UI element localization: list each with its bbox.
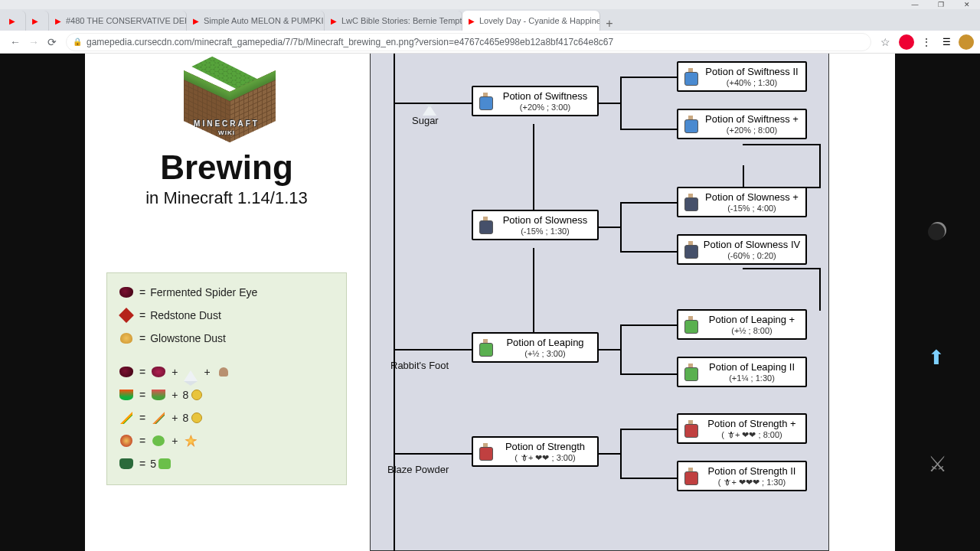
ingredient-label: Sugar	[412, 115, 439, 126]
potion-icon	[478, 93, 493, 109]
potion-icon	[683, 241, 698, 258]
nether-wart-icon	[928, 98, 949, 119]
golden-carrot-icon	[118, 409, 135, 426]
tab-strip: ▶ ▶ ▶#480 THE CONSERVATIVE DEPL…× ▶Simpl…	[0, 9, 980, 31]
recipe-row: =+8	[118, 383, 335, 406]
flow-line	[620, 478, 677, 479]
new-tab-button[interactable]: +	[600, 17, 619, 31]
brewing-chart-image: MINECRAFTWIKI Brewing in Minecraft 1.14/…	[85, 54, 895, 551]
tab[interactable]: ▶#480 THE CONSERVATIVE DEPL…×	[49, 11, 187, 31]
potion-node-swiftness-plus: Potion of Swiftness +(+20% ; 8:00)	[677, 109, 807, 139]
tab-title: Lovely Day - Cyanide & Happine…	[479, 16, 600, 25]
potion-icon	[683, 116, 698, 132]
gold-nugget-icon	[188, 409, 205, 426]
flow-line	[620, 77, 677, 78]
lock-icon: 🔒	[73, 37, 82, 46]
back-button[interactable]: ←	[6, 33, 24, 51]
youtube-icon: ▶	[193, 15, 199, 26]
flow-line	[394, 54, 395, 551]
flow-line	[620, 429, 677, 430]
extension-icon[interactable]: ⋮	[919, 34, 934, 50]
tab-active[interactable]: ▶Lovely Day - Cyanide & Happine…×	[462, 11, 600, 31]
flow-line	[599, 349, 620, 350]
youtube-icon: ▶	[9, 15, 15, 26]
potion-icon	[683, 316, 698, 333]
sugar-icon	[182, 364, 199, 380]
up-arrow-icon: ⬆	[928, 346, 949, 367]
potion-icon	[683, 68, 698, 85]
window-titlebar: — ❐ ✕	[0, 0, 980, 9]
url-text: gamepedia.cursecdn.com/minecraft_gameped…	[87, 37, 613, 47]
flow-line	[743, 268, 819, 269]
turtle-shell-icon	[118, 455, 135, 472]
potion-icon	[683, 468, 698, 484]
address-bar[interactable]: 🔒 gamepedia.cursecdn.com/minecraft_gamep…	[66, 33, 871, 51]
youtube-icon: ▶	[331, 15, 337, 26]
flow-line	[620, 202, 622, 253]
blaze-powder-icon	[182, 432, 199, 449]
chart-header: MINECRAFTWIKI Brewing in Minecraft 1.14/…	[85, 54, 368, 485]
pinned-tab[interactable]: ▶	[26, 11, 49, 31]
magma-cream-icon	[118, 432, 135, 449]
flow-line	[394, 103, 472, 104]
potion-node-leaping: Potion of Leaping (+½ ; 3:00)	[472, 332, 599, 363]
tab-title: LwC Bible Stories: Bernie Tempts…	[341, 16, 462, 25]
potion-node-strength-plus: Potion of Strength +( 🗡+ ❤❤ ; 8:00)	[677, 413, 807, 444]
minecraft-wiki-logo: MINECRAFTWIKI	[173, 60, 280, 144]
bookmark-button[interactable]: ☆	[876, 33, 894, 51]
image-viewer: MINECRAFTWIKI Brewing in Minecraft 1.14/…	[0, 54, 980, 551]
ingredient-label: Blaze Powder	[387, 464, 449, 475]
profile-avatar[interactable]	[959, 34, 974, 50]
flow-line	[599, 103, 620, 104]
toolbar: ← → ⟳ 🔒 gamepedia.cursecdn.com/minecraft…	[0, 31, 980, 54]
potion-icon	[683, 194, 698, 210]
flow-line	[620, 373, 677, 375]
flow-line	[743, 144, 819, 145]
potion-node-strength-ii: Potion of Strength II( 🗡+ ❤❤❤ ; 1:30)	[677, 461, 807, 491]
pinned-tab[interactable]: ▶	[3, 11, 26, 31]
scute-icon	[156, 455, 173, 472]
reload-button[interactable]: ⟳	[43, 33, 61, 51]
extension-icon[interactable]: ☰	[939, 34, 954, 50]
potion-node-slowness-plus: Potion of Slowness +(-15% ; 4:00)	[677, 187, 807, 217]
potion-icon	[683, 364, 698, 380]
recipe-row: =+8	[118, 406, 335, 429]
glistering-melon-icon	[118, 386, 135, 403]
tab[interactable]: ▶Simple Auto MELON & PUMPKI…×	[187, 11, 325, 31]
flow-line	[620, 77, 622, 130]
melon-icon	[150, 386, 167, 403]
window-maximize-button[interactable]: ❐	[928, 0, 954, 9]
extension-icon[interactable]	[899, 34, 914, 50]
flow-line	[743, 187, 819, 188]
potion-node-leaping-ii: Potion of Leaping II(+1¼ ; 1:30)	[677, 357, 807, 387]
legend-row: =Glowstone Dust	[118, 327, 335, 350]
window-minimize-button[interactable]: —	[902, 0, 928, 9]
glowstone-icon	[118, 330, 135, 347]
slimeball-icon	[150, 432, 167, 449]
carrot-icon	[150, 409, 167, 426]
recipe-row: =+	[118, 429, 335, 452]
potion-icon	[478, 339, 493, 356]
tab[interactable]: ▶LwC Bible Stories: Bernie Tempts…×	[325, 11, 462, 31]
tab-title: #480 THE CONSERVATIVE DEPL…	[66, 16, 187, 25]
flow-line	[620, 202, 677, 204]
potion-node-leaping-plus: Potion of Leaping +(+½ ; 8:00)	[677, 309, 807, 340]
potion-node-slowness: Potion of Slowness (-15% ; 1:30)	[472, 210, 599, 240]
brewing-flowchart: Sugar Rabbit's Foot Blaze Powder Potion …	[370, 54, 829, 551]
mushroom-icon	[215, 364, 232, 380]
window-close-button[interactable]: ✕	[954, 0, 980, 9]
flow-line	[620, 429, 622, 479]
flow-line	[819, 268, 821, 311]
flow-line	[394, 349, 472, 350]
youtube-icon: ▶	[55, 15, 61, 26]
legend-row: =Fermented Spider Eye	[118, 281, 335, 304]
potion-icon	[478, 217, 493, 233]
flow-line	[599, 453, 620, 455]
ingredient-label: Rabbit's Foot	[390, 360, 449, 371]
potion-icon	[683, 420, 698, 437]
flow-line	[743, 165, 744, 187]
flow-line	[533, 248, 534, 332]
forward-button[interactable]: →	[24, 33, 43, 51]
potion-node-swiftness-ii: Potion of Swiftness II(+40% ; 1:30)	[677, 61, 807, 92]
flow-line	[533, 124, 534, 210]
